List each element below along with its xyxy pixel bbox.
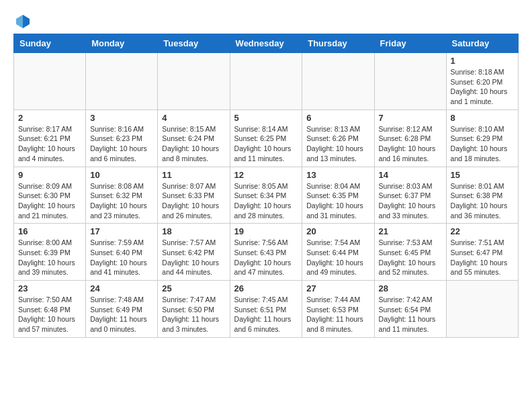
calendar-cell: 2Sunrise: 8:17 AM Sunset: 6:21 PM Daylig…: [14, 109, 86, 167]
calendar-weekday-thursday: Thursday: [302, 34, 374, 53]
calendar-cell: 21Sunrise: 7:53 AM Sunset: 6:45 PM Dayli…: [374, 224, 446, 281]
day-info: Sunrise: 8:07 AM Sunset: 6:33 PM Dayligh…: [162, 181, 225, 221]
day-number: 25: [162, 283, 225, 293]
calendar-table: SundayMondayTuesdayWednesdayThursdayFrid…: [13, 34, 519, 338]
calendar-weekday-saturday: Saturday: [446, 34, 518, 53]
calendar-weekday-sunday: Sunday: [14, 34, 86, 53]
day-number: 11: [162, 170, 225, 180]
calendar-cell: [230, 53, 302, 110]
day-info: Sunrise: 8:13 AM Sunset: 6:26 PM Dayligh…: [306, 124, 369, 164]
day-info: Sunrise: 7:42 AM Sunset: 6:54 PM Dayligh…: [379, 295, 442, 334]
day-info: Sunrise: 8:14 AM Sunset: 6:25 PM Dayligh…: [234, 124, 298, 164]
calendar-cell: 24Sunrise: 7:48 AM Sunset: 6:49 PM Dayli…: [86, 281, 158, 338]
day-number: 6: [306, 113, 369, 123]
day-info: Sunrise: 8:00 AM Sunset: 6:39 PM Dayligh…: [18, 238, 81, 277]
day-number: 16: [18, 226, 81, 236]
day-info: Sunrise: 7:45 AM Sunset: 6:51 PM Dayligh…: [234, 295, 298, 334]
day-info: Sunrise: 8:01 AM Sunset: 6:38 PM Dayligh…: [451, 181, 514, 221]
day-number: 19: [234, 226, 298, 236]
calendar-cell: [158, 53, 230, 110]
calendar-weekday-monday: Monday: [86, 34, 158, 53]
calendar-cell: 13Sunrise: 8:04 AM Sunset: 6:35 PM Dayli…: [302, 167, 374, 224]
calendar-cell: 26Sunrise: 7:45 AM Sunset: 6:51 PM Dayli…: [230, 281, 302, 338]
day-info: Sunrise: 7:44 AM Sunset: 6:53 PM Dayligh…: [306, 295, 369, 334]
calendar-cell: 10Sunrise: 8:08 AM Sunset: 6:32 PM Dayli…: [86, 167, 158, 224]
day-number: 28: [379, 283, 442, 293]
day-number: 2: [18, 113, 81, 123]
day-number: 17: [90, 226, 153, 236]
calendar-week-row-4: 16Sunrise: 8:00 AM Sunset: 6:39 PM Dayli…: [14, 224, 519, 281]
day-number: 10: [90, 170, 153, 180]
calendar-cell: [446, 281, 518, 338]
day-number: 7: [379, 113, 442, 123]
day-info: Sunrise: 8:16 AM Sunset: 6:23 PM Dayligh…: [90, 124, 153, 164]
calendar-cell: 3Sunrise: 8:16 AM Sunset: 6:23 PM Daylig…: [86, 109, 158, 167]
day-number: 13: [306, 170, 369, 180]
calendar-cell: 7Sunrise: 8:12 AM Sunset: 6:28 PM Daylig…: [374, 109, 446, 167]
day-info: Sunrise: 8:10 AM Sunset: 6:29 PM Dayligh…: [451, 124, 514, 164]
page-header: [13, 13, 519, 27]
calendar-cell: 8Sunrise: 8:10 AM Sunset: 6:29 PM Daylig…: [446, 109, 518, 167]
day-info: Sunrise: 8:12 AM Sunset: 6:28 PM Dayligh…: [379, 124, 442, 164]
calendar-cell: [86, 53, 158, 110]
calendar-cell: 9Sunrise: 8:09 AM Sunset: 6:30 PM Daylig…: [14, 167, 86, 224]
calendar-cell: 28Sunrise: 7:42 AM Sunset: 6:54 PM Dayli…: [374, 281, 446, 338]
day-info: Sunrise: 7:57 AM Sunset: 6:42 PM Dayligh…: [162, 238, 225, 277]
calendar-cell: 4Sunrise: 8:15 AM Sunset: 6:24 PM Daylig…: [158, 109, 230, 167]
calendar-cell: 15Sunrise: 8:01 AM Sunset: 6:38 PM Dayli…: [446, 167, 518, 224]
day-number: 5: [234, 113, 298, 123]
calendar-week-row-3: 9Sunrise: 8:09 AM Sunset: 6:30 PM Daylig…: [14, 167, 519, 224]
calendar-weekday-wednesday: Wednesday: [230, 34, 302, 53]
day-info: Sunrise: 8:18 AM Sunset: 6:20 PM Dayligh…: [451, 67, 514, 107]
page-container: SundayMondayTuesdayWednesdayThursdayFrid…: [13, 13, 519, 338]
calendar-cell: 5Sunrise: 8:14 AM Sunset: 6:25 PM Daylig…: [230, 109, 302, 167]
calendar-cell: 25Sunrise: 7:47 AM Sunset: 6:50 PM Dayli…: [158, 281, 230, 338]
calendar-cell: 1Sunrise: 8:18 AM Sunset: 6:20 PM Daylig…: [446, 53, 518, 110]
day-info: Sunrise: 8:04 AM Sunset: 6:35 PM Dayligh…: [306, 181, 369, 221]
logo: [13, 13, 31, 27]
day-number: 14: [379, 170, 442, 180]
day-number: 21: [379, 226, 442, 236]
calendar-cell: 16Sunrise: 8:00 AM Sunset: 6:39 PM Dayli…: [14, 224, 86, 281]
calendar-weekday-friday: Friday: [374, 34, 446, 53]
calendar-cell: 18Sunrise: 7:57 AM Sunset: 6:42 PM Dayli…: [158, 224, 230, 281]
calendar-weekday-tuesday: Tuesday: [158, 34, 230, 53]
svg-marker-1: [16, 15, 23, 28]
day-info: Sunrise: 7:50 AM Sunset: 6:48 PM Dayligh…: [18, 295, 81, 334]
day-number: 26: [234, 283, 298, 293]
calendar-cell: 20Sunrise: 7:54 AM Sunset: 6:44 PM Dayli…: [302, 224, 374, 281]
calendar-cell: 12Sunrise: 8:05 AM Sunset: 6:34 PM Dayli…: [230, 167, 302, 224]
calendar-cell: 6Sunrise: 8:13 AM Sunset: 6:26 PM Daylig…: [302, 109, 374, 167]
calendar-cell: [374, 53, 446, 110]
day-info: Sunrise: 8:05 AM Sunset: 6:34 PM Dayligh…: [234, 181, 298, 221]
calendar-week-row-1: 1Sunrise: 8:18 AM Sunset: 6:20 PM Daylig…: [14, 53, 519, 110]
day-info: Sunrise: 8:08 AM Sunset: 6:32 PM Dayligh…: [90, 181, 153, 221]
day-number: 23: [18, 283, 81, 293]
day-number: 24: [90, 283, 153, 293]
day-info: Sunrise: 8:09 AM Sunset: 6:30 PM Dayligh…: [18, 181, 81, 221]
day-number: 8: [451, 113, 514, 123]
calendar-week-row-5: 23Sunrise: 7:50 AM Sunset: 6:48 PM Dayli…: [14, 281, 519, 338]
calendar-cell: 17Sunrise: 7:59 AM Sunset: 6:40 PM Dayli…: [86, 224, 158, 281]
day-number: 3: [90, 113, 153, 123]
day-info: Sunrise: 8:15 AM Sunset: 6:24 PM Dayligh…: [162, 124, 225, 164]
day-info: Sunrise: 8:17 AM Sunset: 6:21 PM Dayligh…: [18, 124, 81, 164]
calendar-cell: 22Sunrise: 7:51 AM Sunset: 6:47 PM Dayli…: [446, 224, 518, 281]
day-info: Sunrise: 7:53 AM Sunset: 6:45 PM Dayligh…: [379, 238, 442, 277]
day-number: 1: [451, 56, 514, 66]
day-info: Sunrise: 7:47 AM Sunset: 6:50 PM Dayligh…: [162, 295, 225, 334]
calendar-header-row: SundayMondayTuesdayWednesdayThursdayFrid…: [14, 34, 519, 53]
day-info: Sunrise: 7:59 AM Sunset: 6:40 PM Dayligh…: [90, 238, 153, 277]
day-number: 18: [162, 226, 225, 236]
calendar-cell: [14, 53, 86, 110]
day-info: Sunrise: 8:03 AM Sunset: 6:37 PM Dayligh…: [379, 181, 442, 221]
calendar-cell: 19Sunrise: 7:56 AM Sunset: 6:43 PM Dayli…: [230, 224, 302, 281]
day-number: 9: [18, 170, 81, 180]
calendar-cell: 14Sunrise: 8:03 AM Sunset: 6:37 PM Dayli…: [374, 167, 446, 224]
calendar-cell: 23Sunrise: 7:50 AM Sunset: 6:48 PM Dayli…: [14, 281, 86, 338]
calendar-week-row-2: 2Sunrise: 8:17 AM Sunset: 6:21 PM Daylig…: [14, 109, 519, 167]
calendar-cell: 11Sunrise: 8:07 AM Sunset: 6:33 PM Dayli…: [158, 167, 230, 224]
calendar-cell: 27Sunrise: 7:44 AM Sunset: 6:53 PM Dayli…: [302, 281, 374, 338]
day-number: 20: [306, 226, 369, 236]
day-number: 22: [451, 226, 514, 236]
